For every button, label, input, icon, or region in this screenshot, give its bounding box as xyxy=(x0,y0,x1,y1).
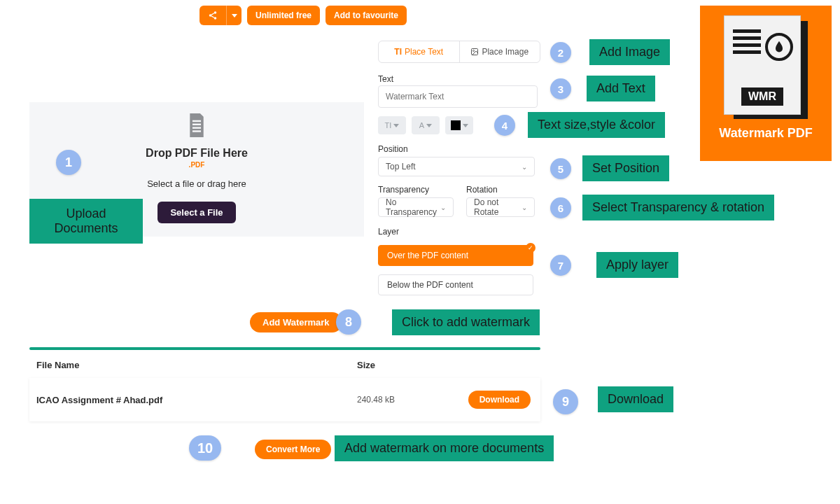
download-button[interactable]: Download xyxy=(468,391,531,409)
layer-over-option[interactable]: Over the PDF content ✓ xyxy=(378,245,533,266)
text-size-label: TI xyxy=(385,121,392,130)
select-file-button[interactable]: Select a File xyxy=(158,202,235,223)
text-icon: TI xyxy=(394,47,402,57)
svg-rect-4 xyxy=(192,124,201,125)
layer-label: Layer xyxy=(378,227,399,237)
callout-num-7: 7 xyxy=(550,255,571,276)
table-row: ICAO Assignment # Ahad.pdf 240.48 kB Dow… xyxy=(29,378,540,421)
check-icon: ✓ xyxy=(526,243,536,253)
favourite-button[interactable]: Add to favourite xyxy=(326,6,407,25)
callout-2: Add Image xyxy=(589,39,670,65)
col-size: Size xyxy=(357,360,375,370)
brand-card: WMR Watermark PDF xyxy=(700,6,832,161)
text-label: Text xyxy=(378,74,393,84)
col-file: File Name xyxy=(36,360,79,370)
svg-rect-5 xyxy=(192,127,201,128)
layer-below-label: Below the PDF content xyxy=(387,280,473,290)
svg-point-1 xyxy=(209,14,212,17)
tab-place-text[interactable]: TI Place Text xyxy=(379,41,460,62)
share-icon xyxy=(208,10,218,20)
callout-num-10: 10 xyxy=(189,435,221,461)
dropzone-ext: .PDF xyxy=(189,161,205,169)
chevron-down-icon: ⌄ xyxy=(440,204,446,211)
rotation-value: Do not Rotate xyxy=(474,197,522,217)
callout-3: Add Text xyxy=(587,76,655,102)
rotation-label: Rotation xyxy=(466,185,498,195)
unlimited-button[interactable]: Unlimited free xyxy=(247,6,320,25)
tab-place-image[interactable]: Place Image xyxy=(460,41,540,62)
text-size-button[interactable]: TI xyxy=(378,116,406,134)
transparency-select[interactable]: No Transparency ⌄ xyxy=(378,197,454,217)
callout-9: Download xyxy=(598,386,673,412)
callout-num-5: 5 xyxy=(550,158,571,179)
chevron-down-icon: ⌄ xyxy=(522,204,527,211)
callout-5: Set Position xyxy=(582,155,669,181)
svg-point-0 xyxy=(214,11,217,14)
callout-num-3: 3 xyxy=(550,78,571,99)
watermark-text-input[interactable] xyxy=(378,85,538,108)
callout-8: Click to add watermark xyxy=(392,309,540,335)
callout-6: Select Transparency & rotation xyxy=(582,195,774,220)
brand-badge: WMR xyxy=(741,88,783,106)
svg-rect-3 xyxy=(192,120,201,122)
text-style-label: A xyxy=(419,121,424,130)
svg-point-8 xyxy=(473,50,475,52)
color-swatch xyxy=(451,120,461,130)
brand-title: Watermark PDF xyxy=(719,126,812,141)
chevron-down-icon: ⌄ xyxy=(522,163,527,171)
share-button[interactable] xyxy=(200,6,226,25)
callout-num-6: 6 xyxy=(550,197,571,218)
transparency-value: No Transparency xyxy=(386,197,440,217)
dropzone-subtitle: Select a file or drag here xyxy=(147,178,246,189)
watermark-mode-tabs: TI Place Text Place Image xyxy=(378,41,540,63)
tab-place-image-label: Place Image xyxy=(482,47,528,57)
dropzone-title: Drop PDF File Here xyxy=(146,147,248,160)
callout-4: Text size,style &color xyxy=(528,112,665,138)
callout-10: Add watermark on more documents xyxy=(335,435,554,461)
file-icon xyxy=(186,113,207,140)
file-size-cell: 240.48 kB xyxy=(357,395,395,405)
position-value: Top Left xyxy=(386,162,416,172)
layer-below-option[interactable]: Below the PDF content xyxy=(378,274,533,295)
text-style-button[interactable]: A xyxy=(412,116,440,134)
chevron-down-icon xyxy=(463,124,468,127)
position-select[interactable]: Top Left ⌄ xyxy=(378,157,535,176)
callout-num-4: 4 xyxy=(494,115,515,136)
watermark-drop-icon xyxy=(765,33,793,61)
svg-rect-6 xyxy=(192,130,201,132)
callout-num-1: 1 xyxy=(56,150,81,175)
file-name-cell: ICAO Assignment # Ahad.pdf xyxy=(36,395,162,405)
brand-graphic: WMR xyxy=(724,15,808,120)
text-color-button[interactable] xyxy=(445,116,473,134)
transparency-label: Transparency xyxy=(378,185,429,195)
chevron-down-icon xyxy=(393,124,399,127)
callout-num-8: 8 xyxy=(336,309,361,335)
share-dropdown[interactable] xyxy=(226,6,241,25)
chevron-down-icon xyxy=(232,14,237,18)
add-watermark-button[interactable]: Add Watermark xyxy=(250,312,342,332)
chevron-down-icon xyxy=(426,124,432,127)
layer-over-label: Over the PDF content xyxy=(387,251,468,260)
image-icon xyxy=(470,48,479,56)
callout-1: Upload Documents xyxy=(29,199,143,244)
callout-num-9: 9 xyxy=(553,389,578,414)
position-label: Position xyxy=(378,144,408,154)
tab-place-text-label: Place Text xyxy=(405,47,443,57)
callout-7: Apply layer xyxy=(596,252,678,278)
callout-num-2: 2 xyxy=(550,42,571,63)
rotation-select[interactable]: Do not Rotate ⌄ xyxy=(466,197,535,217)
svg-point-2 xyxy=(214,17,217,20)
convert-more-button[interactable]: Convert More xyxy=(255,440,331,459)
table-accent xyxy=(29,347,540,350)
